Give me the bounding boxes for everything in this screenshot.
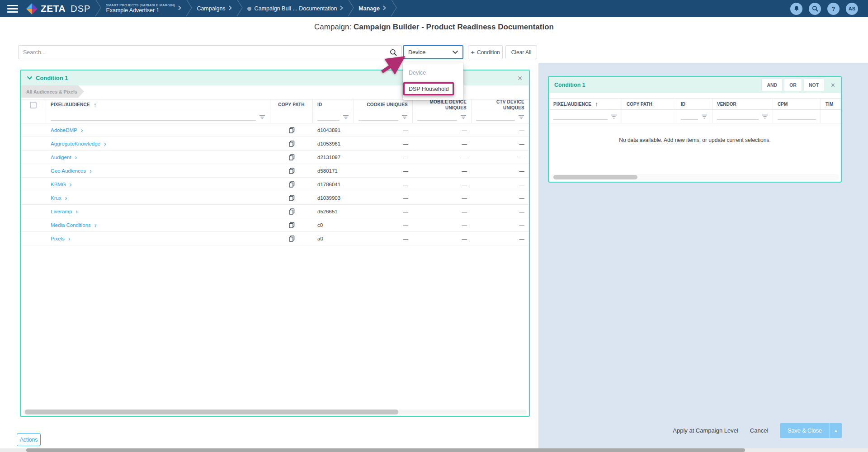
column-id[interactable]: ID (313, 99, 354, 111)
pixel-audience-link[interactable]: KBMG (51, 182, 66, 187)
breadcrumb-campaigns[interactable]: Campaigns (197, 5, 231, 12)
operator-group: AND OR NOT (761, 79, 824, 91)
chevron-right-icon: › (65, 195, 67, 201)
pixel-audience-link[interactable]: AggregateKnowledge (51, 141, 100, 146)
save-and-close-button[interactable]: Save & Close (780, 423, 830, 438)
save-options-dropdown-button[interactable]: ▲ (830, 423, 842, 438)
pixel-audience-link[interactable]: Audigent (51, 155, 71, 160)
row-id: a0 (313, 232, 354, 245)
chevron-down-icon (453, 51, 458, 54)
annotation-arrow-icon (377, 52, 410, 77)
copy-path-button[interactable] (289, 208, 295, 215)
column-vendor[interactable]: VENDOR (712, 99, 773, 109)
audience-type-select[interactable]: Device (403, 45, 463, 59)
filter-input[interactable] (317, 114, 340, 121)
actions-button[interactable]: Actions (17, 433, 41, 446)
collapse-chevron-icon[interactable] (27, 76, 32, 80)
filter-input[interactable] (717, 113, 759, 120)
copy-path-button[interactable] (289, 168, 295, 174)
column-ctv-device-uniques[interactable]: CTV DEVICE UNIQUES (472, 99, 529, 111)
horizontal-scrollbar[interactable] (23, 410, 527, 414)
help-button[interactable]: ? (827, 3, 840, 15)
hamburger-menu-icon[interactable] (7, 5, 18, 13)
copy-path-button[interactable] (289, 195, 295, 201)
add-condition-button[interactable]: + Condition (468, 45, 503, 59)
pixel-audience-link[interactable]: Liveramp (51, 209, 72, 214)
filter-icon[interactable] (401, 115, 408, 119)
pixel-audience-link[interactable]: Pixels (51, 236, 65, 241)
filter-input[interactable] (417, 114, 457, 121)
filter-input[interactable] (51, 114, 256, 121)
copy-path-button[interactable] (289, 127, 295, 133)
global-search-button[interactable] (809, 3, 821, 15)
filter-icon[interactable] (460, 115, 467, 119)
copy-path-button[interactable] (289, 141, 295, 147)
close-icon[interactable]: ✕ (830, 82, 835, 89)
column-pixel-audience[interactable]: PIXEL/AUDIENCE↑ (549, 99, 622, 109)
row-ctv-uniques: — (472, 123, 529, 137)
cancel-button[interactable]: Cancel (750, 427, 768, 434)
page-title: Campaign: Campaign Builder - Product Rea… (0, 23, 868, 32)
not-button[interactable]: NOT (803, 79, 824, 91)
table-row: Krux› d1039903 — — — (21, 191, 529, 205)
column-cookie-uniques[interactable]: COOKIE UNIQUES (354, 99, 413, 111)
notifications-button[interactable] (790, 3, 802, 15)
copy-path-button[interactable] (289, 181, 295, 188)
row-cookie-uniques: — (354, 205, 413, 218)
page-horizontal-scrollbar[interactable] (0, 448, 868, 452)
filter-icon[interactable] (762, 114, 768, 119)
filter-icon[interactable] (343, 115, 349, 119)
filter-input[interactable] (476, 114, 515, 121)
filter-input[interactable] (681, 113, 698, 120)
filter-icon[interactable] (518, 115, 524, 119)
filter-input[interactable] (778, 113, 816, 120)
sort-ascending-icon[interactable]: ↑ (94, 101, 97, 109)
column-copy-path: COPY PATH (270, 99, 313, 111)
sort-ascending-icon[interactable]: ↑ (595, 100, 598, 108)
column-pixel-audience[interactable]: PIXEL/AUDIENCE↑ (46, 99, 270, 111)
column-cpm[interactable]: CPM (773, 99, 821, 109)
filter-icon[interactable] (259, 115, 265, 119)
row-cookie-uniques: — (354, 218, 413, 231)
copy-path-button[interactable] (289, 154, 295, 160)
copy-path-button[interactable] (289, 235, 295, 242)
row-id: d1786041 (313, 178, 354, 191)
scrollbar-thumb[interactable] (553, 175, 637, 179)
apply-at-campaign-level-button[interactable]: Apply at Campaign Level (673, 427, 738, 434)
dropdown-option-device[interactable]: Device (403, 66, 463, 80)
dropdown-option-dsp-household[interactable]: DSP Household (403, 82, 454, 95)
pixel-audience-link[interactable]: AdobeDMP (51, 127, 77, 133)
pixel-audience-link[interactable]: Geo Audiences (51, 168, 86, 174)
copy-path-button[interactable] (289, 222, 295, 228)
search-input[interactable] (23, 49, 390, 56)
pixel-audience-link[interactable]: Krux (51, 195, 61, 201)
filter-icon[interactable] (701, 114, 708, 119)
column-id[interactable]: ID (676, 99, 712, 109)
filter-input[interactable] (359, 114, 398, 121)
horizontal-scrollbar[interactable] (551, 174, 839, 180)
breadcrumb-advertiser[interactable]: SMART PROJECTS (VARIABLE MARGIN) Example… (106, 3, 181, 14)
filter-icon[interactable] (611, 114, 617, 119)
clear-all-button[interactable]: Clear All (505, 45, 537, 59)
filter-input[interactable] (553, 113, 608, 120)
campaigns-label: Campaigns (197, 5, 225, 12)
scrollbar-thumb[interactable] (26, 448, 745, 452)
and-button[interactable]: AND (761, 79, 783, 91)
breadcrumb-campaign[interactable]: Campaign Buil ... Documentation (247, 5, 344, 12)
pixel-audience-link[interactable]: Media Conditions (51, 222, 91, 228)
tab-all-audiences-pixels[interactable]: All Audiences & Pixels (21, 85, 84, 98)
close-icon[interactable]: ✕ (517, 75, 523, 82)
search-icon (812, 5, 818, 12)
avatar[interactable]: AS (846, 3, 858, 15)
row-cookie-uniques: — (354, 178, 413, 191)
condition-title: Condition 1 (554, 82, 585, 88)
or-button[interactable]: OR (784, 79, 802, 91)
breadcrumb-manage[interactable]: Manage (359, 5, 386, 12)
column-mobile-device-uniques[interactable]: MOBILE DEVICE UNIQUES (413, 99, 472, 111)
column-time[interactable]: TIM (821, 99, 841, 109)
select-all-checkbox[interactable] (30, 102, 37, 108)
scrollbar-thumb[interactable] (25, 410, 398, 414)
save-and-close-split-button: Save & Close ▲ (780, 423, 842, 438)
zeta-dsp-logo[interactable]: ZETA DSP (26, 3, 90, 14)
page-title-prefix: Campaign: (314, 23, 351, 31)
